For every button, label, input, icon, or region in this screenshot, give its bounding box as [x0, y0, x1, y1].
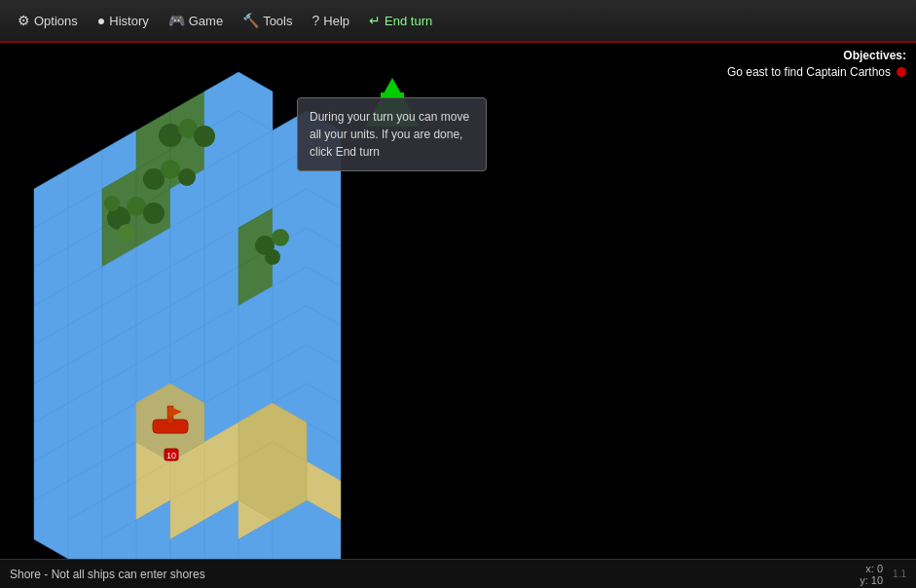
hex-tiles[interactable] [34, 72, 341, 559]
history-icon: ● [97, 13, 105, 28]
menu-end-turn[interactable]: ↵ End turn [359, 9, 442, 32]
version-label: 1.1 [893, 569, 906, 579]
menu-bar: ⚙ Options ● History 🎮 Game 🔨 Tools ? Hel… [0, 0, 916, 43]
svg-point-92 [104, 196, 120, 211]
svg-point-98 [194, 126, 215, 147]
menu-help[interactable]: ? Help [303, 9, 360, 32]
objectives-title: Objectives: [727, 49, 906, 62]
objective-text: Go east to find Captain Carthos [727, 65, 891, 79]
objectives-panel: Objectives: Go east to find Captain Cart… [717, 43, 916, 85]
svg-text:10: 10 [166, 451, 176, 460]
game-icon: 🎮 [168, 13, 185, 28]
objective-item-0: Go east to find Captain Carthos [727, 65, 906, 79]
tutorial-tooltip: During your turn you can move all your u… [297, 97, 487, 171]
tools-icon: 🔨 [242, 13, 259, 28]
options-icon: ⚙ [18, 13, 30, 28]
status-bar: Shore - Not all ships can enter shores x… [0, 559, 916, 588]
svg-point-94 [161, 160, 180, 179]
menu-options[interactable]: ⚙ Options [8, 9, 88, 32]
menu-tools[interactable]: 🔨 Tools [233, 9, 302, 32]
menu-history[interactable]: ● History [88, 9, 159, 32]
menu-game[interactable]: 🎮 Game [159, 9, 233, 32]
objective-status-dot [897, 67, 906, 77]
end-turn-icon: ↵ [369, 13, 381, 28]
svg-point-90 [143, 202, 165, 224]
svg-point-101 [265, 249, 280, 265]
svg-point-100 [272, 229, 289, 246]
terrain-status: Shore - Not all ships can enter shores [10, 568, 860, 581]
help-icon: ? [312, 13, 320, 28]
coordinates: x: 0y: 10 [860, 563, 883, 586]
svg-point-95 [178, 168, 196, 186]
svg-point-91 [118, 224, 135, 241]
